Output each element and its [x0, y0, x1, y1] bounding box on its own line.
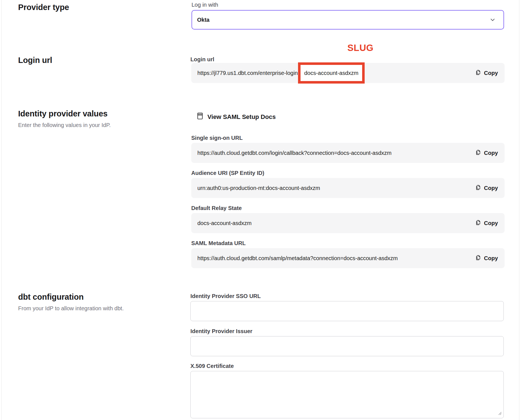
login-with-select[interactable]: Okta [192, 10, 504, 30]
audience-uri-label: Audience URI (SP Entity ID) [191, 169, 505, 177]
saml-metadata-url-copy-button[interactable]: Copy [475, 254, 498, 262]
saml-metadata-url-label: SAML Metadata URL [191, 240, 505, 247]
audience-uri-value-field: urn:auth0:us-production-mt:docs-account-… [191, 178, 505, 198]
copy-button-label: Copy [484, 150, 498, 156]
single-sign-on-url-value-field: https://auth.cloud.getdbt.com/login/call… [191, 143, 505, 163]
default-relay-state-copy-button[interactable]: Copy [475, 219, 498, 227]
view-saml-setup-docs-label: View SAML Setup Docs [207, 113, 276, 121]
single-sign-on-url-label: Single sign-on URL [191, 134, 505, 141]
audience-uri-field-group: Audience URI (SP Entity ID) urn:auth0:us… [191, 169, 505, 198]
login-url-heading: Login url [18, 55, 52, 65]
audience-uri-copy-button[interactable]: Copy [475, 184, 498, 192]
copy-icon [475, 149, 481, 157]
chevron-down-icon [489, 16, 496, 23]
x509-certificate-input-group: X.509 Certificate [190, 362, 504, 418]
view-saml-setup-docs-link[interactable]: View SAML Setup Docs [197, 112, 276, 121]
saml-metadata-url-value: https://auth.cloud.getdbt.com/samlp/meta… [197, 255, 398, 262]
page-border-right [519, 0, 519, 420]
login-with-label: Log in with [192, 1, 218, 8]
idp-values-section-intro: Identity provider values Enter the follo… [18, 109, 174, 129]
sso-url-field-group: Single sign-on URL https://auth.cloud.ge… [191, 134, 505, 163]
copy-icon [475, 69, 481, 77]
sso-settings-page: Provider type Login url Identity provide… [0, 0, 523, 420]
idp-issuer-input-group: Identity Provider Issuer [190, 328, 504, 356]
single-sign-on-url-value: https://auth.cloud.getdbt.com/login/call… [197, 150, 392, 156]
copy-icon [475, 254, 481, 262]
identity-provider-sso-url-label: Identity Provider SSO URL [190, 292, 504, 300]
login-with-selected-value: Okta [197, 17, 209, 23]
x509-certificate-textarea[interactable] [190, 371, 504, 418]
copy-button-label: Copy [484, 185, 498, 191]
identity-provider-issuer-input[interactable] [190, 336, 504, 356]
page-border-left [1, 0, 2, 420]
saml-metadata-url-value-field: https://auth.cloud.getdbt.com/samlp/meta… [191, 248, 505, 268]
copy-button-label: Copy [484, 255, 498, 262]
notebook-icon [197, 112, 204, 121]
default-relay-state-field-group: Default Relay State docs-account-asdxzm … [191, 204, 505, 233]
resize-handle-icon[interactable] [498, 411, 502, 416]
default-relay-state-value: docs-account-asdxzm [197, 220, 252, 226]
copy-icon [475, 219, 481, 227]
audience-uri-value: urn:auth0:us-production-mt:docs-account-… [197, 185, 320, 191]
dbt-config-subtitle: From your IdP to allow integration with … [18, 305, 174, 312]
idp-values-heading: Identity provider values [18, 109, 174, 119]
identity-provider-sso-url-input[interactable] [190, 301, 504, 321]
default-relay-state-label: Default Relay State [191, 204, 505, 212]
copy-button-label: Copy [484, 70, 498, 76]
identity-provider-issuer-label: Identity Provider Issuer [190, 328, 504, 335]
slug-highlight-box: docs-account-asdxzm [298, 62, 365, 84]
login-url-value-field: https://jl779.us1.dbt.com/enterprise-log… [191, 63, 505, 83]
login-url-prefix-text: https://jl779.us1.dbt.com/enterprise-log… [197, 70, 298, 76]
login-url-slug-text: docs-account-asdxzm [304, 70, 359, 76]
x509-certificate-label: X.509 Certificate [190, 362, 504, 370]
dbt-config-heading: dbt configuration [18, 292, 174, 302]
copy-icon [475, 184, 481, 192]
provider-type-heading: Provider type [18, 2, 69, 12]
single-sign-on-url-copy-button[interactable]: Copy [475, 149, 498, 157]
saml-metadata-url-field-group: SAML Metadata URL https://auth.cloud.get… [191, 240, 505, 268]
login-url-copy-button[interactable]: Copy [475, 69, 498, 77]
copy-button-label: Copy [484, 220, 498, 226]
default-relay-state-value-field: docs-account-asdxzm Copy [191, 213, 505, 233]
slug-annotation-label: SLUG [347, 42, 374, 53]
idp-values-subtitle: Enter the following values in your IdP. [18, 121, 174, 129]
login-url-field-label: Login url [190, 56, 214, 63]
idp-sso-url-input-group: Identity Provider SSO URL [190, 292, 504, 321]
dbt-config-section-intro: dbt configuration From your IdP to allow… [18, 292, 174, 312]
